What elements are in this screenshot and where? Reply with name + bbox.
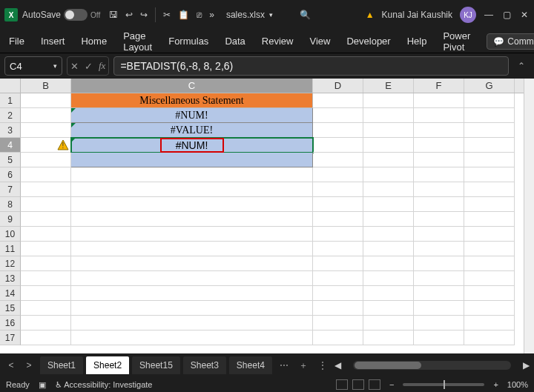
avatar[interactable]: KJ: [460, 7, 476, 23]
row-header-8[interactable]: 8: [0, 197, 21, 212]
sheet-tab-sheet2[interactable]: Sheet2: [86, 356, 129, 374]
cell-b1[interactable]: [21, 93, 71, 108]
cell-g5[interactable]: [464, 153, 515, 167]
save-icon[interactable]: 🖫: [109, 10, 118, 20]
page-break-view-icon[interactable]: [369, 379, 380, 390]
error-indicator-icon[interactable]: !: [57, 139, 69, 151]
row-header-4[interactable]: 4: [0, 138, 21, 153]
tab-home[interactable]: Home: [81, 36, 107, 47]
add-sheet-icon[interactable]: ＋: [296, 359, 311, 372]
tab-view[interactable]: View: [309, 36, 330, 47]
page-layout-view-icon[interactable]: [352, 379, 364, 390]
filename-dropdown-icon[interactable]: ▾: [269, 11, 273, 19]
row-header-11[interactable]: 11: [0, 242, 21, 256]
cell-e4[interactable]: [363, 138, 414, 153]
row-header-16[interactable]: 16: [0, 316, 21, 330]
row-header-7[interactable]: 7: [0, 182, 21, 197]
cell-c1[interactable]: Miscellaneous Statement: [71, 93, 313, 108]
select-all-corner[interactable]: [0, 79, 21, 93]
namebox-dropdown-icon[interactable]: ▾: [53, 62, 57, 70]
col-header-g[interactable]: G: [464, 79, 515, 93]
row-header-10[interactable]: 10: [0, 227, 21, 242]
name-box[interactable]: C4 ▾: [4, 56, 62, 76]
sheet-tab-sheet1[interactable]: Sheet1: [40, 356, 83, 374]
cell-e5[interactable]: [363, 153, 414, 167]
sheet-more-icon[interactable]: ⋯: [277, 360, 291, 371]
cell-g4[interactable]: [464, 138, 515, 153]
undo-icon[interactable]: ↩: [125, 10, 133, 20]
accessibility-status[interactable]: ♿︎ Accessibility: Investigate: [55, 380, 153, 390]
cut-icon[interactable]: ✂: [163, 10, 171, 20]
more-icon[interactable]: »: [209, 10, 214, 20]
cell-c4[interactable]: #NUM!: [71, 138, 313, 153]
col-header-f[interactable]: F: [414, 79, 464, 93]
cell-g1[interactable]: [464, 93, 515, 108]
cancel-formula-icon[interactable]: ✕: [70, 61, 79, 72]
row-header-1[interactable]: 1: [0, 93, 21, 108]
tab-review[interactable]: Review: [262, 36, 294, 47]
col-header-c[interactable]: C: [71, 79, 313, 93]
maximize-button[interactable]: ▢: [501, 10, 512, 20]
cell-d4[interactable]: [313, 138, 363, 153]
row-header-17[interactable]: 17: [0, 330, 21, 345]
hscroll-right-icon[interactable]: ▶: [523, 360, 530, 371]
row-header-5[interactable]: 5: [0, 153, 21, 167]
cell-f3[interactable]: [414, 123, 464, 138]
hscroll-left-icon[interactable]: ◀: [334, 360, 341, 371]
row-header-2[interactable]: 2: [0, 108, 21, 123]
row-header-14[interactable]: 14: [0, 286, 21, 301]
filename[interactable]: sales.xlsx: [226, 10, 265, 20]
macro-record-icon[interactable]: ▣: [39, 380, 46, 390]
cell-f5[interactable]: [414, 153, 464, 167]
tab-developer[interactable]: Developer: [346, 36, 390, 47]
zoom-out-icon[interactable]: −: [389, 380, 394, 389]
row-header-3[interactable]: 3: [0, 123, 21, 138]
close-button[interactable]: ✕: [519, 10, 530, 20]
zoom-in-icon[interactable]: +: [493, 380, 498, 389]
sheet-nav-prev-icon[interactable]: <: [4, 360, 18, 371]
search-icon[interactable]: 🔍: [300, 10, 311, 20]
minimize-button[interactable]: —: [484, 10, 494, 20]
tab-file[interactable]: File: [9, 36, 24, 47]
formula-input[interactable]: =BETADIST(6,-8, 8, 2,6): [113, 56, 509, 76]
expand-formula-icon[interactable]: ⌃: [513, 61, 530, 71]
warning-icon[interactable]: ▲: [366, 10, 375, 20]
horizontal-scrollbar[interactable]: [353, 361, 511, 370]
cell-c3[interactable]: #VALUE!: [71, 123, 313, 138]
spreadsheet-grid[interactable]: B C D E F G 1 Miscellaneous Statement 2 …: [0, 79, 534, 353]
row-header-12[interactable]: 12: [0, 256, 21, 271]
enter-formula-icon[interactable]: ✓: [85, 61, 93, 72]
comments-button[interactable]: 💬 Comments: [487, 33, 534, 50]
sheet-nav-next-icon[interactable]: >: [22, 360, 36, 371]
fx-icon[interactable]: fx: [99, 60, 105, 72]
cell-b3[interactable]: [21, 123, 71, 138]
redo-icon[interactable]: ↪: [140, 10, 148, 20]
user-name[interactable]: Kunal Jai Kaushik: [382, 10, 452, 20]
cell-g3[interactable]: [464, 123, 515, 138]
cell-c2[interactable]: #NUM!: [71, 108, 313, 123]
cell-b4[interactable]: !: [21, 138, 71, 153]
row-header-9[interactable]: 9: [0, 212, 21, 227]
cell-d2[interactable]: [313, 108, 363, 123]
sheet-tab-sheet3[interactable]: Sheet3: [183, 356, 226, 374]
toggle-switch[interactable]: [64, 9, 88, 21]
col-header-d[interactable]: D: [313, 79, 363, 93]
cell-b5[interactable]: [21, 153, 71, 167]
cell-f1[interactable]: [414, 93, 464, 108]
row-header-15[interactable]: 15: [0, 301, 21, 316]
normal-view-icon[interactable]: [336, 379, 348, 390]
zoom-level[interactable]: 100%: [507, 380, 528, 389]
col-header-b[interactable]: B: [21, 79, 71, 93]
cell-c5[interactable]: [71, 153, 313, 167]
sheet-options-icon[interactable]: ⋮: [315, 360, 330, 371]
tab-formulas[interactable]: Formulas: [168, 36, 208, 47]
row-header-13[interactable]: 13: [0, 271, 21, 286]
tab-help[interactable]: Help: [407, 36, 427, 47]
tab-page-layout[interactable]: Page Layout: [123, 30, 152, 53]
cell-g2[interactable]: [464, 108, 515, 123]
autosave-toggle[interactable]: AutoSave Off: [22, 9, 100, 21]
vertical-scrollbar[interactable]: [524, 79, 534, 353]
tab-insert[interactable]: Insert: [41, 36, 65, 47]
cell-d3[interactable]: [313, 123, 363, 138]
col-header-e[interactable]: E: [363, 79, 414, 93]
